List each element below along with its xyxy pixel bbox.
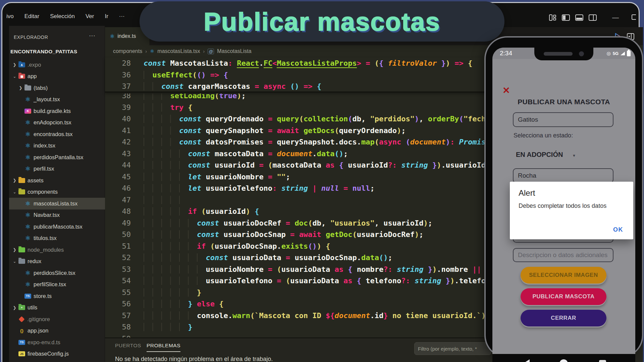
- file-tree: ❯∧.expo⌄▦app❯(tabs)⚛_layout.tsxKbuild.gr…: [9, 59, 105, 362]
- folder-plain-icon: [18, 259, 25, 264]
- explorer-title: EXPLORADOR: [14, 35, 48, 40]
- js-icon: JS: [18, 351, 25, 356]
- publish-pet-button[interactable]: PUBLICAR MASCOTA: [521, 288, 606, 305]
- folder-components-icon: [18, 189, 25, 194]
- home-icon[interactable]: [559, 359, 568, 362]
- tree-item-node_modules[interactable]: ❯node_modules: [9, 244, 105, 256]
- restore-icon[interactable]: [632, 14, 636, 20]
- tree-item-publicarMascota.tsx[interactable]: ⚛publicarMascota.tsx: [9, 221, 105, 233]
- tree-item-label: expo-env.d.ts: [28, 339, 60, 346]
- tree-item-label: .expo: [28, 62, 41, 68]
- tree-item-perdidosSlice.tsx[interactable]: ⚛perdidosSlice.tsx: [9, 267, 105, 279]
- tree-item-perdidosPantalla.tsx[interactable]: ⚛perdidosPantalla.tsx: [9, 152, 105, 163]
- minimize-icon[interactable]: —: [612, 14, 619, 21]
- toggle-panel-icon[interactable]: [575, 14, 583, 21]
- tree-item-utils[interactable]: ❯+utils: [9, 302, 105, 314]
- breadcrumb-file[interactable]: mascotasLista.tsx: [157, 48, 200, 54]
- phone-screen: 2:34 ◎ 5G ✕ PUBLICAR UNA MASCOTA Selecci…: [492, 48, 635, 362]
- chevron-icon: ❯: [12, 178, 17, 183]
- line-number: 41: [105, 125, 131, 137]
- line-number: 42: [105, 136, 131, 148]
- toggle-sidebar-icon[interactable]: [562, 14, 570, 21]
- breadcrumb-separator: ›: [203, 49, 205, 54]
- tree-item-label: encontrados.tsx: [34, 131, 72, 137]
- chevron-down-icon[interactable]: ▼: [572, 154, 576, 158]
- alert-ok-button[interactable]: OK: [613, 226, 623, 233]
- menu-item[interactable]: Ir: [105, 13, 108, 20]
- menu-item[interactable]: ···: [119, 13, 125, 20]
- select-image-button[interactable]: SELECCIONAR IMAGEN: [521, 267, 606, 284]
- close-icon[interactable]: ✕: [502, 85, 510, 96]
- line-number: 50: [105, 229, 131, 241]
- customize-layout-icon[interactable]: [549, 14, 556, 21]
- menu-item[interactable]: Ver: [86, 13, 94, 20]
- react-icon: ⚛: [24, 236, 31, 241]
- state-dropdown[interactable]: EN ADOPCIÓN: [516, 151, 563, 159]
- tree-item-index.tsx[interactable]: ⚛index.tsx: [9, 140, 105, 152]
- chevron-icon: ❯: [12, 62, 17, 67]
- tree-item-perfilSlice.tsx[interactable]: ⚛perfilSlice.tsx: [9, 279, 105, 291]
- tab-problemas[interactable]: PROBLEMAS: [147, 343, 180, 352]
- line-number: 57: [105, 310, 131, 322]
- menu-item[interactable]: Selección: [50, 13, 75, 20]
- tree-item-google-services.json[interactable]: {}google-services.json: [9, 360, 105, 362]
- tree-item-app[interactable]: ⌄▦app: [9, 71, 105, 82]
- location-input[interactable]: [513, 168, 613, 183]
- tree-item-label: assets: [28, 177, 44, 184]
- tree-item-titulos.tsx[interactable]: ⚛titulos.tsx: [9, 233, 105, 244]
- tree-item-(tabs)[interactable]: ❯(tabs): [9, 82, 105, 94]
- breadcrumb-components[interactable]: components: [113, 48, 142, 54]
- kotlin-icon: K: [24, 109, 31, 114]
- tree-item-components[interactable]: ⌄components: [9, 186, 105, 198]
- tree-item-enAdopcion.tsx[interactable]: ⚛enAdopcion.tsx: [9, 117, 105, 129]
- project-root[interactable]: ENCONTRANDO_PATITAS: [10, 49, 77, 55]
- recents-icon[interactable]: [599, 360, 606, 362]
- pet-name-input[interactable]: [513, 112, 613, 127]
- clock: 2:34: [500, 50, 512, 57]
- android-navbar: [492, 354, 635, 362]
- tree-item-Navbar.tsx[interactable]: ⚛Navbar.tsx: [9, 209, 105, 221]
- tree-item-mascotasLista.tsx[interactable]: ⚛mascotasLista.tsx: [9, 198, 105, 209]
- back-icon[interactable]: [523, 359, 530, 362]
- tree-item-label: titulos.tsx: [34, 235, 57, 241]
- tree-item-firebaseConfig.js[interactable]: JSfirebaseConfig.js: [9, 348, 105, 360]
- menu-item[interactable]: Editar: [24, 13, 39, 20]
- tree-item-assets[interactable]: ❯assets: [9, 175, 105, 186]
- tab-puertos[interactable]: PUERTOS: [115, 343, 141, 349]
- line-number: 44: [105, 160, 131, 171]
- banner-title: Publicar mascotas: [204, 7, 440, 36]
- tree-item-_layout.tsx[interactable]: ⚛_layout.tsx: [9, 94, 105, 106]
- tree-item-app.json[interactable]: {}app.json: [9, 325, 105, 337]
- alert-dialog: Alert Debes completar todos los datos OK: [510, 182, 633, 239]
- chevron-icon: ⌄: [12, 259, 17, 264]
- react-file-icon: ⚛: [110, 33, 115, 40]
- camera-notch: [534, 48, 593, 60]
- breadcrumb-symbol[interactable]: MascotasLista: [217, 48, 251, 54]
- line-number: 38: [105, 94, 131, 102]
- tree-item-redux[interactable]: ⌄redux: [9, 256, 105, 267]
- toggle-secondary-sidebar-icon[interactable]: [589, 14, 597, 21]
- alert-title: Alert: [519, 188, 535, 198]
- line-number: 47: [105, 194, 131, 206]
- tree-item-expo-env.d.ts[interactable]: TSexpo-env.d.ts: [9, 337, 105, 348]
- line-number: 39: [105, 102, 131, 114]
- folder-icon: [24, 85, 31, 90]
- tree-item-.gitignore[interactable]: .gitignore: [9, 313, 105, 325]
- tree-item-label: publicarMascota.tsx: [34, 224, 83, 230]
- menu-item[interactable]: ivo: [6, 13, 14, 20]
- menu-bar: ivoEditarSelecciónVerIr···: [6, 13, 125, 20]
- tree-item-store.ts[interactable]: TSstore.ts: [9, 290, 105, 302]
- tree-item-label: .gitignore: [27, 316, 50, 322]
- tree-item-perfil.tsx[interactable]: ⚛perfil.tsx: [9, 163, 105, 175]
- front-camera: [579, 51, 584, 56]
- tree-item-label: redux: [28, 258, 41, 264]
- problems-filter-input[interactable]: [414, 342, 491, 355]
- tree-item-encontrados.tsx[interactable]: ⚛encontrados.tsx: [9, 128, 105, 140]
- description-input[interactable]: [513, 248, 613, 262]
- line-number: 55: [105, 287, 131, 299]
- tree-item-.expo[interactable]: ❯∧.expo: [9, 59, 105, 71]
- close-button[interactable]: CERRAR: [521, 310, 606, 326]
- tree-item-build.gradle.kts[interactable]: Kbuild.gradle.kts: [9, 105, 105, 117]
- explorer-more-icon[interactable]: ···: [89, 32, 95, 39]
- line-number: 36: [105, 69, 131, 81]
